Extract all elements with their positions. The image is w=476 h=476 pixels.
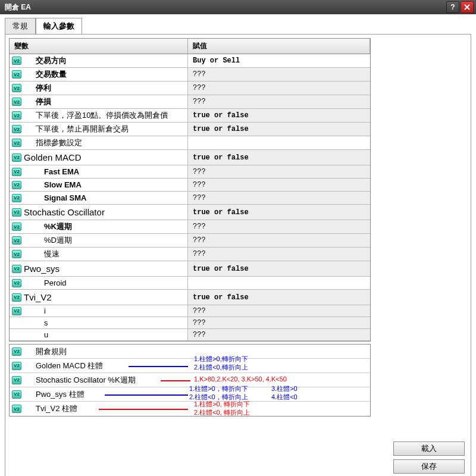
grid-body: V2交易方向Buy or SellV2交易数量???V2停利???V2停損???…	[10, 54, 370, 341]
rule-macd[interactable]: V2 Golden MACD 柱體 1.柱體>0,轉折向下 2.柱體<0,轉折向…	[10, 359, 370, 373]
param-variable-name: 下單後，禁止再開新倉交易	[24, 124, 129, 134]
v2-icon: V2	[12, 405, 21, 413]
param-row[interactable]: V2i???	[10, 305, 370, 317]
param-value-cell[interactable]: true or false	[188, 290, 370, 305]
param-variable-cell: V2停利	[10, 82, 188, 95]
rule-label: Pwo_sys 柱體	[24, 389, 84, 400]
v2-icon: V2	[12, 293, 21, 302]
rule-line-red	[99, 409, 188, 410]
param-value-cell[interactable]: true or false	[188, 261, 370, 276]
tab-input-params[interactable]: 輸入參數	[36, 18, 82, 34]
param-row[interactable]: V2%K週期???	[10, 220, 370, 234]
param-variable-name: Stochastic Oscillator	[24, 207, 105, 217]
param-row[interactable]: V2Slow EMA???	[10, 178, 370, 192]
rule-line-red	[161, 380, 190, 381]
param-value-cell[interactable]: ???	[188, 329, 370, 340]
param-row[interactable]: V2停損???	[10, 95, 370, 109]
param-row[interactable]: V2指標參數設定	[10, 136, 370, 150]
titlebar: 開倉 EA ?	[0, 0, 476, 14]
param-value-cell[interactable]: ???	[188, 192, 370, 204]
param-value-cell[interactable]: ???	[188, 68, 370, 81]
param-value-cell[interactable]: Buy or Sell	[188, 54, 370, 67]
param-value-cell[interactable]: ???	[188, 305, 370, 317]
param-row[interactable]: V2Golden MACDtrue or false	[10, 150, 370, 165]
param-row[interactable]: V2Pwo_systrue or false	[10, 261, 370, 277]
close-button[interactable]	[461, 1, 474, 13]
param-row[interactable]: V2Signal SMA???	[10, 192, 370, 205]
param-variable-cell: V2Pwo_sys	[10, 261, 188, 276]
help-button[interactable]: ?	[446, 1, 459, 13]
param-variable-cell: V2Fast EMA	[10, 165, 188, 178]
param-value-cell[interactable]: ???	[188, 248, 370, 261]
param-variable-cell: V2i	[10, 305, 188, 317]
param-variable-cell: V2Tvi_V2	[10, 290, 188, 305]
param-variable-cell: V2%D週期	[10, 234, 188, 247]
v2-icon: V2	[12, 307, 21, 315]
rule-label: Golden MACD 柱體	[24, 361, 103, 371]
rules-header-row[interactable]: V2 開倉規則	[10, 345, 370, 359]
param-value-cell[interactable]	[188, 277, 370, 289]
save-button[interactable]: 保存	[393, 459, 465, 474]
param-variable-name: 指標參數設定	[24, 137, 82, 148]
param-value-cell[interactable]: true or false	[188, 123, 370, 136]
rule-tvi[interactable]: V2 Tvi_V2 柱體 1.柱體>0, 轉折向下 2.柱體<0, 轉折向上	[10, 402, 370, 416]
tabs: 常規 輸入參數	[0, 14, 476, 34]
v2-icon: V2	[12, 70, 21, 79]
param-value-cell[interactable]: ???	[188, 220, 370, 233]
grid-header: 變數 賦值	[10, 39, 370, 54]
param-row[interactable]: V2交易方向Buy or Sell	[10, 54, 370, 68]
param-row[interactable]: V2慢速???	[10, 248, 370, 261]
param-row[interactable]: V2Tvi_V2true or false	[10, 290, 370, 305]
param-value-cell[interactable]: true or false	[188, 150, 370, 165]
param-value-cell[interactable]: ???	[188, 165, 370, 178]
v2-icon: V2	[12, 57, 21, 65]
param-variable-cell: s	[10, 317, 188, 328]
v2-icon: V2	[12, 250, 21, 258]
param-value-cell[interactable]: ???	[188, 95, 370, 108]
param-variable-name: 停利	[24, 83, 51, 93]
param-variable-cell: V2下單後，禁止再開新倉交易	[10, 123, 188, 136]
param-variable-cell: V2交易方向	[10, 54, 188, 67]
anno-tvi2: 2.柱體<0, 轉折向上	[194, 409, 250, 416]
tab-general[interactable]: 常規	[5, 18, 36, 34]
dialog-buttons: 載入 保存	[393, 441, 465, 474]
param-variable-name: Slow EMA	[24, 180, 82, 189]
param-row[interactable]: V2Peroid	[10, 277, 370, 290]
v2-icon: V2	[12, 390, 21, 399]
param-row[interactable]: V2停利???	[10, 82, 370, 95]
param-row[interactable]: V2下單後，禁止再開新倉交易true or false	[10, 123, 370, 136]
param-variable-name: 慢速	[24, 249, 60, 259]
param-value-cell[interactable]	[188, 136, 370, 149]
anno-pwo1: 1.柱體>0，轉折向下	[189, 385, 248, 393]
rule-pwo[interactable]: V2 Pwo_sys 柱體 1.柱體>0，轉折向下 2.柱體<0，轉折向上 3.…	[10, 387, 370, 402]
param-row[interactable]: u???	[10, 329, 370, 341]
param-value-cell[interactable]: ???	[188, 234, 370, 247]
param-variable-name: Peroid	[24, 278, 67, 287]
param-row[interactable]: V2交易数量???	[10, 68, 370, 82]
anno-tvi1: 1.柱體>0, 轉折向下	[194, 400, 250, 408]
load-button[interactable]: 載入	[393, 441, 465, 456]
param-variable-name: Golden MACD	[24, 152, 82, 162]
param-value-cell[interactable]: ???	[188, 178, 370, 191]
content-area: 變數 賦值 V2交易方向Buy or SellV2交易数量???V2停利???V…	[5, 34, 471, 476]
param-row[interactable]: V2Fast EMA???	[10, 165, 370, 178]
v2-icon: V2	[12, 279, 21, 287]
param-variable-cell: V2Slow EMA	[10, 178, 188, 191]
param-value-cell[interactable]: ???	[188, 82, 370, 95]
param-value-cell[interactable]: ???	[188, 317, 370, 328]
param-value-cell[interactable]: true or false	[188, 205, 370, 220]
header-variable: 變數	[10, 39, 188, 54]
param-row[interactable]: V2Stochastic Oscillatortrue or false	[10, 205, 370, 220]
param-row[interactable]: V2下單後，浮盈10點。停損價改為開倉價true or false	[10, 109, 370, 123]
param-variable-name: u	[24, 330, 48, 339]
param-row[interactable]: s???	[10, 317, 370, 329]
param-variable-name: 下單後，浮盈10點。停損價改為開倉價	[24, 110, 168, 121]
param-variable-name: 交易数量	[24, 69, 67, 80]
param-value-cell[interactable]: true or false	[188, 109, 370, 122]
param-row[interactable]: V2%D週期???	[10, 234, 370, 248]
titlebar-buttons: ?	[446, 1, 474, 13]
param-variable-cell: V2停損	[10, 95, 188, 108]
param-variable-name: %K週期	[24, 221, 72, 232]
param-variable-name: i	[24, 306, 46, 315]
rule-line-blue	[129, 366, 188, 367]
